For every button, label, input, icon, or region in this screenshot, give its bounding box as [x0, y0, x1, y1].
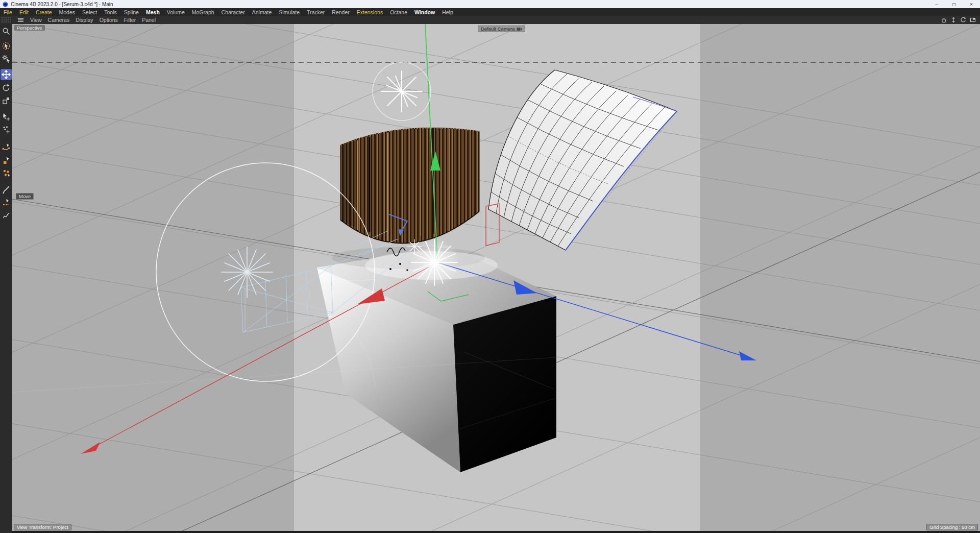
maximize-button[interactable]: □ — [945, 0, 963, 8]
app-logo-icon — [3, 2, 8, 7]
tweak-tool-button[interactable] — [1, 53, 12, 64]
menu-extensions[interactable]: Extensions — [357, 9, 383, 15]
menu-character[interactable]: Character — [222, 9, 245, 15]
move-tool-button[interactable] — [1, 69, 12, 80]
camera-badge-icon — [517, 27, 522, 31]
minimize-button[interactable]: – — [928, 0, 945, 8]
menu-octane[interactable]: Octane — [390, 9, 407, 15]
menu-edit[interactable]: Edit — [19, 9, 29, 15]
bottom-statusbar — [0, 531, 980, 533]
viewmenu-display[interactable]: Display — [76, 17, 93, 23]
toggle-view-icon[interactable] — [970, 17, 976, 23]
spline-smooth-tool-button[interactable] — [1, 141, 12, 153]
close-button[interactable]: × — [963, 0, 980, 8]
viewmenu-view[interactable]: View — [30, 17, 42, 23]
viewmenu-cameras[interactable]: Cameras — [48, 17, 70, 23]
stick-array-object[interactable] — [340, 128, 479, 244]
viewmenu-panel[interactable]: Panel — [142, 17, 156, 23]
point-edit-tool-button[interactable] — [1, 124, 12, 135]
menu-tracker[interactable]: Tracker — [307, 9, 325, 15]
sculpt-tool-button[interactable] — [1, 210, 12, 221]
live-selection-tool-button[interactable] — [1, 40, 12, 52]
dolly-view-icon[interactable] — [950, 17, 957, 23]
spline-point-tool-button[interactable] — [1, 167, 12, 179]
rotate-view-icon[interactable] — [960, 17, 966, 23]
menu-select[interactable]: Select — [82, 9, 97, 15]
menu-file[interactable]: File — [4, 9, 12, 15]
scene-canvas — [12, 24, 980, 531]
camera-badge[interactable]: Default Camera — [478, 26, 525, 32]
rotate-tool-button[interactable] — [1, 82, 12, 93]
menu-mograph[interactable]: MoGraph — [192, 9, 214, 15]
viewport-3d[interactable]: Perspective Default Camera Move View Tra… — [12, 24, 980, 531]
menu-volume[interactable]: Volume — [167, 9, 185, 15]
window-title: Cinema 4D 2023.2.0 - [Serum-3.c4d *] - M… — [11, 2, 113, 7]
menu-mesh[interactable]: Mesh — [146, 9, 160, 15]
starburst-left — [222, 247, 273, 298]
menu-window[interactable]: Window — [414, 9, 435, 15]
view-label[interactable]: Perspective — [14, 25, 45, 31]
tool-tooltip: Move — [16, 193, 34, 200]
palette-grip[interactable] — [1, 17, 11, 23]
hamburger-menu-icon[interactable] — [17, 17, 24, 22]
menu-simulate[interactable]: Simulate — [279, 9, 300, 15]
brush-tool-button[interactable] — [1, 184, 12, 196]
view-transform-badge: View Transform: Project — [14, 524, 71, 530]
selection-move-tool-button[interactable] — [1, 111, 12, 123]
viewmenu-filter[interactable]: Filter — [124, 17, 136, 23]
menu-tools[interactable]: Tools — [104, 9, 117, 15]
window-titlebar: Cinema 4D 2023.2.0 - [Serum-3.c4d *] - M… — [0, 0, 980, 8]
menu-modes[interactable]: Modes — [59, 9, 76, 15]
viewmenu-options[interactable]: Options — [100, 17, 118, 23]
menu-spline[interactable]: Spline — [124, 9, 139, 15]
find-tool-button[interactable] — [1, 26, 12, 37]
menu-animate[interactable]: Animate — [252, 9, 272, 15]
main-menubar: File Edit Create Modes Select Tools Spli… — [0, 8, 980, 16]
pan-view-icon[interactable] — [941, 17, 947, 23]
viewport-menubar: View Cameras Display Options Filter Pane… — [0, 16, 980, 24]
spline-line-tool-button[interactable] — [1, 197, 12, 208]
spline-pen-tool-button[interactable] — [1, 155, 12, 166]
menu-create[interactable]: Create — [36, 9, 52, 15]
left-toolbar — [0, 24, 12, 533]
starburst-top — [373, 62, 431, 120]
menu-help[interactable]: Help — [442, 9, 453, 15]
grid-spacing-badge: Grid Spacing : 50 cm — [926, 524, 978, 530]
menu-render[interactable]: Render — [332, 9, 349, 15]
scale-tool-button[interactable] — [1, 95, 12, 106]
